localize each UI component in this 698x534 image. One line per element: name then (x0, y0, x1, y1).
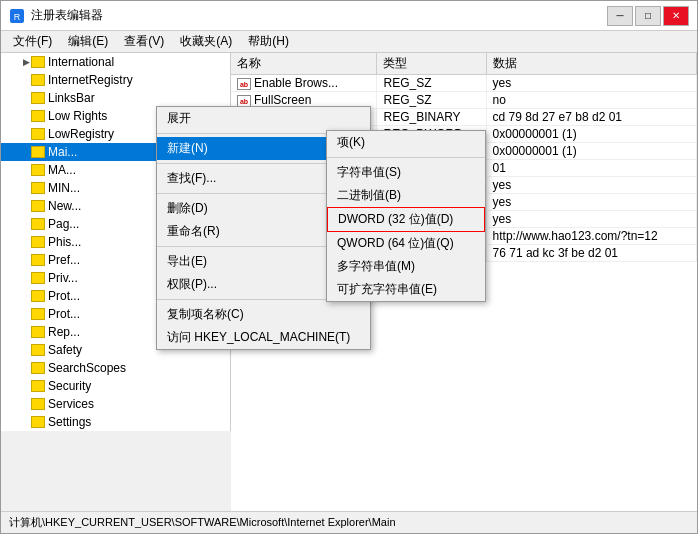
app-icon: R (9, 8, 25, 24)
cell-data: 76 71 ad kc 3f be d2 01 (486, 245, 696, 262)
table-row[interactable]: abEnable Brows...REG_SZyes (231, 75, 697, 92)
tree-item-label: Low Rights (48, 109, 107, 123)
tree-item[interactable]: InternetRegistry (1, 71, 230, 89)
tree-item-label: Phis... (48, 235, 81, 249)
main-window: R 注册表编辑器 ─ □ ✕ 文件(F)编辑(E)查看(V)收藏夹(A)帮助(H… (0, 0, 698, 534)
submenu-divider-1 (327, 157, 485, 158)
tree-item-label: LinksBar (48, 91, 95, 105)
context-menu-item-expand[interactable]: 展开 (157, 107, 370, 130)
cell-data: yes (486, 177, 696, 194)
cell-data: 01 (486, 160, 696, 177)
folder-icon (31, 128, 45, 140)
tree-item-label: International (48, 55, 114, 69)
cell-data: yes (486, 211, 696, 228)
tree-item-label: Mai... (48, 145, 77, 159)
main-content: ▶InternationalInternetRegistryLinksBarLo… (1, 53, 697, 511)
context-menu-item-copy-name[interactable]: 复制项名称(C) (157, 303, 370, 326)
submenu-item-key[interactable]: 项(K) (327, 131, 485, 154)
folder-icon (31, 290, 45, 302)
tree-item-label: MA... (48, 163, 76, 177)
cell-data: http://www.hao123.com/?tn=12 (486, 228, 696, 245)
cell-data: yes (486, 194, 696, 211)
cell-data: no (486, 92, 696, 109)
reg-value-icon: ab (237, 78, 251, 90)
folder-icon (31, 380, 45, 392)
submenu-item-dword[interactable]: DWORD (32 位)值(D) (327, 207, 485, 232)
submenu-item-qword[interactable]: QWORD (64 位)值(Q) (327, 232, 485, 255)
tree-item[interactable]: ▶International (1, 53, 230, 71)
folder-icon (31, 164, 45, 176)
title-bar: R 注册表编辑器 ─ □ ✕ (1, 1, 697, 31)
cell-type: REG_SZ (377, 92, 486, 109)
folder-icon (31, 218, 45, 230)
tree-pane-wrapper: ▶InternationalInternetRegistryLinksBarLo… (1, 53, 231, 511)
tree-item-label: Rep... (48, 325, 80, 339)
menubar-item[interactable]: 帮助(H) (240, 31, 297, 52)
cell-type: REG_SZ (377, 75, 486, 92)
tree-item-label: Safety (48, 343, 82, 357)
svg-text:R: R (14, 12, 21, 22)
context-menu-item-access-hklm[interactable]: 访问 HKEY_LOCAL_MACHINE(T) (157, 326, 370, 349)
tree-item[interactable]: Settings (1, 413, 230, 431)
cell-data: 0x00000001 (1) (486, 143, 696, 160)
tree-item[interactable]: Security (1, 377, 230, 395)
tree-item-label: InternetRegistry (48, 73, 133, 87)
tree-item-label: Pref... (48, 253, 80, 267)
folder-icon (31, 56, 45, 68)
folder-icon (31, 200, 45, 212)
menubar-item[interactable]: 编辑(E) (60, 31, 116, 52)
cell-data: cd 79 8d 27 e7 b8 d2 01 (486, 109, 696, 126)
tree-item-label: SearchScopes (48, 361, 126, 375)
folder-icon (31, 308, 45, 320)
tree-item[interactable]: LinksBar (1, 89, 230, 107)
cell-name: abEnable Brows... (231, 75, 377, 92)
tree-item-label: Priv... (48, 271, 78, 285)
tree-item-label: Prot... (48, 307, 80, 321)
tree-item-label: MIN... (48, 181, 80, 195)
title-controls: ─ □ ✕ (607, 6, 689, 26)
submenu-item-binary[interactable]: 二进制值(B) (327, 184, 485, 207)
folder-icon (31, 344, 45, 356)
tree-item[interactable]: SearchScopes (1, 359, 230, 377)
submenu-item-multistring[interactable]: 多字符串值(M) (327, 255, 485, 278)
tree-item-label: New... (48, 199, 81, 213)
folder-icon (31, 362, 45, 374)
submenu[interactable]: 项(K) 字符串值(S) 二进制值(B) DWORD (32 位)值(D) QW… (326, 130, 486, 302)
menubar-item[interactable]: 收藏夹(A) (172, 31, 240, 52)
col-header-name: 名称 (231, 53, 377, 75)
tree-item-label: Services (48, 397, 94, 411)
window-title: 注册表编辑器 (31, 7, 103, 24)
cell-data: 0x00000001 (1) (486, 126, 696, 143)
folder-icon (31, 146, 45, 158)
cell-data: yes (486, 75, 696, 92)
folder-icon (31, 416, 45, 428)
tree-item-label: Settings (48, 415, 91, 429)
submenu-item-string[interactable]: 字符串值(S) (327, 161, 485, 184)
col-header-type: 类型 (377, 53, 486, 75)
menubar-item[interactable]: 查看(V) (116, 31, 172, 52)
title-left: R 注册表编辑器 (9, 7, 103, 24)
folder-icon (31, 236, 45, 248)
statusbar-text: 计算机\HKEY_CURRENT_USER\SOFTWARE\Microsoft… (9, 515, 396, 530)
submenu-item-expandstring[interactable]: 可扩充字符串值(E) (327, 278, 485, 301)
tree-item-label: LowRegistry (48, 127, 114, 141)
close-button[interactable]: ✕ (663, 6, 689, 26)
tree-item[interactable]: Services (1, 395, 230, 413)
folder-icon (31, 254, 45, 266)
cell-type: REG_BINARY (377, 109, 486, 126)
col-header-data: 数据 (486, 53, 696, 75)
folder-icon (31, 398, 45, 410)
folder-icon (31, 92, 45, 104)
menubar: 文件(F)编辑(E)查看(V)收藏夹(A)帮助(H) (1, 31, 697, 53)
folder-icon (31, 74, 45, 86)
folder-icon (31, 110, 45, 122)
statusbar: 计算机\HKEY_CURRENT_USER\SOFTWARE\Microsoft… (1, 511, 697, 533)
minimize-button[interactable]: ─ (607, 6, 633, 26)
menubar-item[interactable]: 文件(F) (5, 31, 60, 52)
tree-item-label: Prot... (48, 289, 80, 303)
tree-item-label: Security (48, 379, 91, 393)
folder-icon (31, 326, 45, 338)
tree-item-label: Pag... (48, 217, 79, 231)
maximize-button[interactable]: □ (635, 6, 661, 26)
folder-icon (31, 182, 45, 194)
